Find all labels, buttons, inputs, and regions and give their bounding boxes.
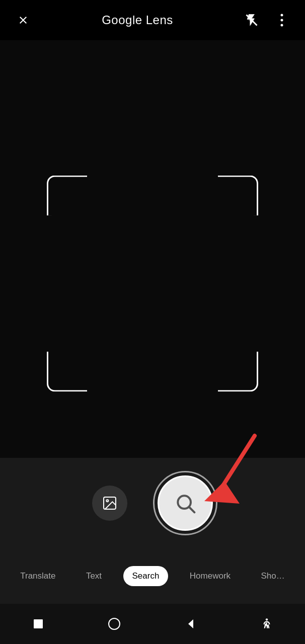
tab-search[interactable]: Search — [123, 566, 169, 586]
nav-stop-icon[interactable] — [27, 613, 49, 635]
svg-point-7 — [106, 500, 108, 502]
svg-point-2 — [280, 19, 283, 22]
svg-point-8 — [178, 496, 191, 509]
tab-shopping[interactable]: Sho… — [252, 566, 294, 586]
svg-rect-10 — [34, 619, 43, 628]
tab-bar: Translate Text Search Homework Sho… — [0, 548, 305, 604]
bottom-controls — [0, 458, 305, 548]
nav-bar — [0, 604, 305, 644]
svg-point-11 — [109, 618, 120, 629]
flash-off-icon[interactable] — [241, 9, 263, 31]
svg-point-1 — [280, 14, 283, 17]
svg-point-3 — [280, 24, 283, 27]
more-options-icon[interactable] — [271, 9, 293, 31]
tab-homework[interactable]: Homework — [181, 566, 240, 586]
bracket-top-left — [47, 176, 87, 216]
shutter-search-button[interactable] — [158, 475, 213, 531]
bracket-bottom-right — [218, 352, 258, 392]
viewfinder-brackets — [47, 176, 258, 392]
svg-point-13 — [266, 618, 268, 620]
nav-home-icon[interactable] — [103, 613, 125, 635]
tab-text[interactable]: Text — [77, 566, 111, 586]
gallery-button[interactable] — [92, 486, 127, 521]
bracket-bottom-left — [47, 352, 87, 392]
nav-accessibility-icon[interactable] — [256, 613, 278, 635]
close-button[interactable] — [12, 9, 34, 31]
bracket-top-right — [218, 176, 258, 216]
svg-marker-12 — [188, 619, 193, 628]
tab-translate[interactable]: Translate — [11, 566, 64, 586]
svg-line-9 — [189, 507, 194, 512]
top-bar: Google Lens — [0, 0, 305, 40]
nav-back-icon[interactable] — [180, 613, 202, 635]
app-title: Google Lens — [102, 13, 173, 27]
